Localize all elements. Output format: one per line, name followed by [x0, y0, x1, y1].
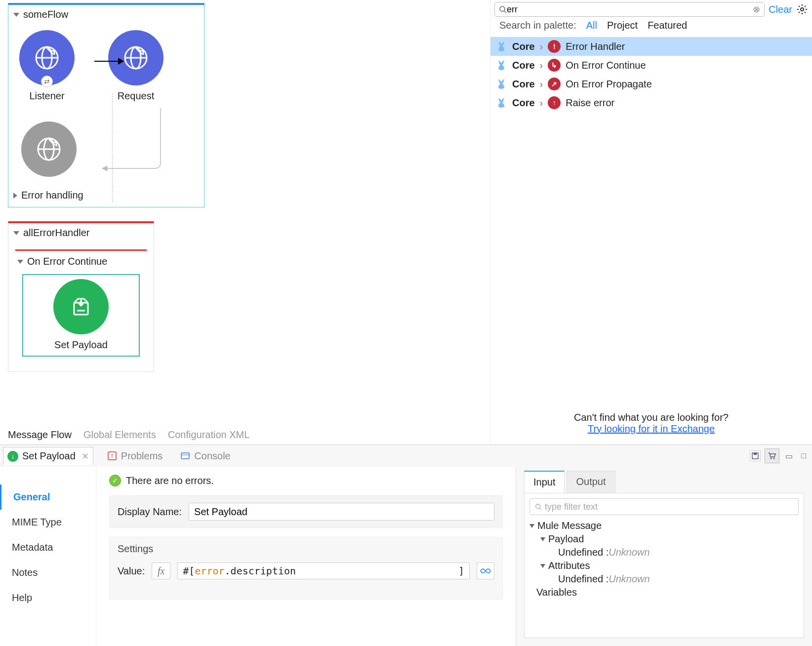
svg-point-20 — [771, 458, 772, 459]
set-payload-label: Set Payload — [54, 339, 108, 351]
listener-icon: ⇄ — [19, 30, 75, 85]
svg-point-22 — [536, 504, 540, 509]
on-error-continue-block[interactable]: On Error Continue Set Payload — [15, 249, 147, 363]
chevron-right-icon: › — [540, 41, 543, 52]
raise-icon: ↑ — [548, 96, 561, 109]
palette-search[interactable]: ⊗ — [494, 2, 765, 17]
side-tab-mime[interactable]: MIME Type — [0, 510, 96, 535]
dataweave-icon[interactable] — [477, 563, 494, 579]
io-filter-input[interactable]: type filter text — [529, 498, 799, 515]
svg-line-12 — [504, 11, 506, 13]
tab-global-elements[interactable]: Global Elements — [83, 429, 156, 441]
close-tab-icon[interactable]: ✕ — [81, 451, 89, 462]
flow-title-2: allErrorHandler — [23, 227, 90, 239]
display-name-label: Display Name: — [118, 506, 182, 518]
set-payload-icon — [53, 279, 109, 334]
side-tab-notes[interactable]: Notes — [0, 560, 96, 585]
item-label: On Error Continue — [566, 60, 646, 71]
io-tab-output[interactable]: Output — [567, 471, 615, 493]
filter-all[interactable]: All — [586, 20, 597, 31]
item-label: On Error Propagate — [566, 79, 652, 90]
maximize-icon[interactable]: □ — [798, 450, 809, 461]
io-tab-input[interactable]: Input — [524, 471, 565, 493]
flow-header[interactable]: someFlow — [8, 5, 204, 24]
error-handler-icon: ! — [548, 40, 561, 53]
footer-text: Can't find what you are looking for? — [494, 412, 808, 423]
category-icon — [495, 40, 507, 52]
flow-allErrorHandler[interactable]: allErrorHandler On Error Continue Set Pa… — [8, 221, 154, 372]
fx-button[interactable]: fx — [152, 563, 170, 579]
tab-label: Set Payload — [22, 450, 76, 462]
display-name-input[interactable] — [189, 503, 494, 521]
tree-mule-message[interactable]: Mule Message — [529, 519, 799, 532]
svg-rect-16 — [181, 453, 189, 459]
palette-item-raise-error[interactable]: Core › ↑ Raise error — [490, 93, 812, 112]
tab-console[interactable]: Console — [176, 447, 234, 465]
collapse-icon — [13, 231, 19, 235]
cart-icon[interactable] — [765, 448, 779, 463]
listener-node[interactable]: ⇄ Listener — [17, 30, 77, 102]
gear-icon[interactable] — [796, 3, 808, 15]
tab-label: Console — [194, 450, 230, 462]
chevron-right-icon: › — [540, 97, 543, 109]
tree-payload[interactable]: Payload — [529, 532, 799, 546]
collapse-icon — [529, 524, 534, 528]
category-label: Core — [512, 97, 535, 109]
problems-icon: ! — [107, 451, 117, 461]
tree-variables[interactable]: Variables — [529, 586, 799, 599]
exchange-link[interactable]: Try looking for it in Exchange — [588, 423, 715, 434]
tree-attributes[interactable]: Attributes — [529, 559, 799, 572]
tab-configuration-xml[interactable]: Configuration XML — [168, 429, 250, 441]
palette-item-on-error-continue[interactable]: Core › ↳ On Error Continue — [490, 56, 812, 75]
flow-someFlow[interactable]: someFlow ⇄ Listener Requ — [8, 3, 204, 207]
search-icon — [499, 5, 507, 13]
flow-header-2[interactable]: allErrorHandler — [8, 223, 154, 242]
ok-icon: ✓ — [109, 475, 121, 486]
tab-message-flow[interactable]: Message Flow — [8, 429, 72, 441]
error-handling-label: Error handling — [21, 190, 83, 201]
collapse-icon — [17, 260, 23, 264]
svg-point-13 — [801, 8, 804, 11]
palette-search-input[interactable] — [507, 4, 753, 15]
category-icon — [495, 97, 507, 109]
response-node[interactable] — [19, 121, 79, 177]
filter-featured[interactable]: Featured — [648, 20, 687, 31]
palette-item-error-handler[interactable]: Core › ! Error Handler — [490, 37, 812, 56]
svg-point-11 — [500, 6, 505, 11]
flow-title: someFlow — [23, 9, 68, 20]
minimize-icon[interactable]: ▭ — [783, 450, 794, 461]
chevron-right-icon: › — [540, 60, 543, 71]
svg-rect-19 — [754, 453, 757, 455]
svg-line-23 — [540, 508, 542, 510]
tree-attributes-value: Undefined : Unknown — [529, 572, 799, 586]
error-handling-section[interactable]: Error handling — [8, 185, 204, 207]
propagate-icon: ↗ — [548, 78, 561, 90]
save-icon[interactable] — [750, 450, 761, 461]
collapse-icon — [540, 564, 545, 568]
tab-set-payload[interactable]: ↓ Set Payload ✕ — [3, 447, 93, 465]
tab-problems[interactable]: ! Problems — [103, 447, 166, 465]
category-icon — [495, 78, 507, 90]
on-error-continue-label: On Error Continue — [27, 256, 107, 267]
item-label: Raise error — [566, 97, 614, 109]
filter-label: Search in palette: — [499, 20, 576, 31]
console-icon — [180, 451, 190, 461]
value-label: Value: — [118, 565, 145, 577]
item-label: Error Handler — [566, 41, 625, 52]
side-tab-help[interactable]: Help — [0, 585, 96, 610]
flow-arrow — [94, 58, 124, 65]
tree-payload-value: Undefined : Unknown — [529, 546, 799, 559]
category-label: Core — [512, 41, 535, 52]
category-icon — [495, 59, 507, 71]
side-tab-metadata[interactable]: Metadata — [0, 535, 96, 560]
clear-search-icon[interactable]: ⊗ — [753, 4, 760, 15]
collapse-icon — [540, 537, 545, 541]
side-tab-general[interactable]: General — [0, 484, 96, 510]
set-payload-node[interactable]: Set Payload — [22, 274, 140, 357]
filter-project[interactable]: Project — [607, 20, 638, 31]
clear-button[interactable]: Clear — [769, 4, 792, 15]
set-payload-tab-icon: ↓ — [7, 451, 18, 462]
value-expression[interactable]: #[ error.description ] — [177, 563, 470, 579]
category-label: Core — [512, 79, 535, 90]
palette-item-on-error-propagate[interactable]: Core › ↗ On Error Propagate — [490, 75, 812, 93]
